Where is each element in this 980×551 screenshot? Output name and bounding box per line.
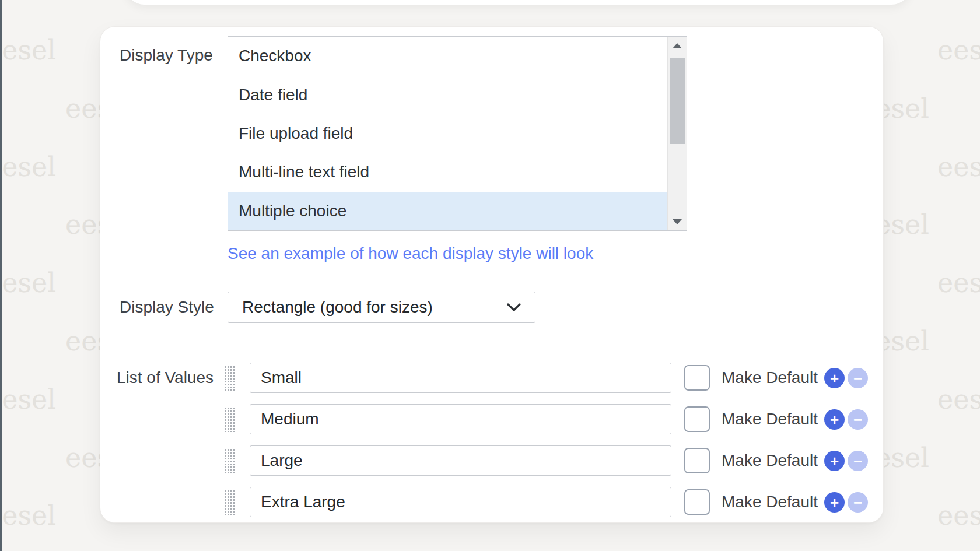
watermark-text: eesel: [0, 34, 56, 66]
watermark-text: eesel: [0, 500, 56, 531]
watermark-text: eesel: [937, 151, 980, 183]
make-default-checkbox[interactable]: [684, 448, 710, 473]
display-style-selected-value: Rectangle (good for sizes): [242, 298, 500, 317]
watermark-text: eesel: [937, 267, 980, 299]
remove-value-button[interactable]: −: [848, 368, 868, 388]
display-type-option[interactable]: Date field: [228, 75, 687, 114]
value-row: Make Default + −: [223, 487, 871, 517]
display-type-option[interactable]: File upload field: [228, 114, 687, 153]
remove-value-button[interactable]: −: [848, 409, 868, 430]
add-value-button[interactable]: +: [824, 409, 845, 430]
make-default-checkbox[interactable]: [684, 406, 710, 432]
add-value-button[interactable]: +: [824, 492, 845, 513]
value-input[interactable]: [250, 363, 671, 393]
scrollbar-thumb[interactable]: [670, 58, 685, 144]
screen: { "watermark": { "text": "eesel" }, "for…: [0, 0, 980, 551]
display-type-options: CheckboxDate fieldFile upload fieldMulti…: [228, 37, 687, 230]
value-input[interactable]: [250, 445, 671, 476]
watermark-text: eesel: [0, 384, 56, 415]
make-default-checkbox[interactable]: [684, 365, 710, 391]
scroll-down-arrow-icon[interactable]: [668, 213, 687, 230]
display-type-label: Display Type: [120, 45, 213, 65]
window-left-edge: [0, 0, 2, 551]
value-input[interactable]: [250, 404, 671, 434]
drag-handle-icon[interactable]: [223, 365, 235, 391]
field-properties-card: Display Type CheckboxDate fieldFile uplo…: [100, 26, 884, 523]
drag-handle-icon[interactable]: [223, 489, 235, 515]
make-default-label: Make Default: [722, 492, 818, 512]
make-default-label: Make Default: [722, 451, 818, 471]
watermark-text: eesel: [937, 34, 980, 66]
display-style-select[interactable]: Rectangle (good for sizes): [228, 292, 536, 323]
display-type-option[interactable]: Checkbox: [228, 37, 687, 75]
remove-value-button[interactable]: −: [848, 451, 868, 471]
make-default-checkbox[interactable]: [684, 489, 710, 515]
display-type-option[interactable]: Multi-line text field: [228, 153, 687, 191]
watermark-text: eesel: [937, 500, 980, 531]
upper-panel-edge: [125, 0, 911, 5]
value-input[interactable]: [250, 487, 671, 517]
make-default-label: Make Default: [722, 409, 818, 429]
value-row: Make Default + −: [223, 404, 871, 434]
chevron-down-icon: [507, 303, 521, 312]
add-value-button[interactable]: +: [824, 451, 845, 471]
watermark-text: eesel: [937, 384, 980, 415]
remove-value-button[interactable]: −: [848, 492, 868, 513]
scroll-up-arrow-icon[interactable]: [668, 37, 687, 54]
display-type-option[interactable]: Multiple choice: [228, 192, 687, 230]
listbox-scrollbar[interactable]: [667, 37, 687, 230]
display-style-label: Display Style: [120, 297, 214, 317]
watermark-text: eesel: [0, 267, 56, 299]
drag-handle-icon[interactable]: [223, 406, 235, 432]
drag-handle-icon[interactable]: [223, 448, 235, 473]
value-row: Make Default + −: [223, 445, 871, 476]
display-type-listbox[interactable]: CheckboxDate fieldFile upload fieldMulti…: [228, 36, 687, 231]
display-style-example-link[interactable]: See an example of how each display style…: [228, 244, 593, 264]
add-value-button[interactable]: +: [824, 368, 845, 388]
value-row: Make Default + −: [223, 363, 871, 393]
list-of-values-label: List of Values: [117, 368, 214, 388]
make-default-label: Make Default: [722, 368, 818, 388]
watermark-text: eesel: [0, 151, 56, 183]
